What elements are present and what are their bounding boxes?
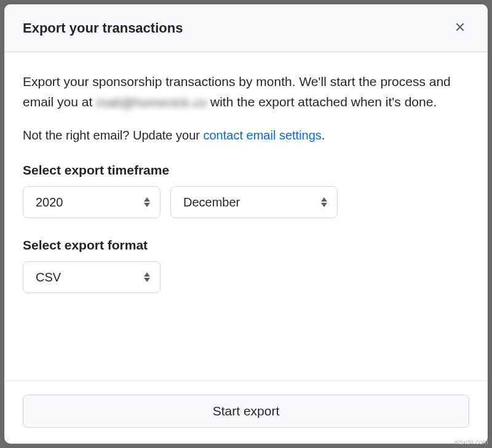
year-select-value: 2020 — [36, 195, 63, 210]
chevron-up-down-icon — [321, 197, 327, 207]
redacted-email: matt@homenick.co — [96, 93, 207, 113]
format-select[interactable]: CSV — [23, 261, 161, 293]
modal-body: Export your sponsorship transactions by … — [4, 52, 488, 380]
close-button[interactable] — [451, 18, 469, 38]
start-export-button[interactable]: Start export — [23, 395, 469, 428]
description-suffix: with the export attached when it's done. — [207, 95, 437, 109]
year-select[interactable]: 2020 — [23, 186, 161, 218]
format-select-value: CSV — [36, 270, 61, 285]
month-select[interactable]: December — [170, 186, 338, 218]
email-hint: Not the right email? Update your contact… — [23, 126, 469, 144]
chevron-up-down-icon — [144, 272, 150, 282]
email-hint-prefix: Not the right email? Update your — [23, 128, 204, 142]
close-icon — [453, 20, 467, 36]
month-select-value: December — [183, 195, 240, 210]
modal-header: Export your transactions — [4, 4, 488, 52]
export-transactions-modal: Export your transactions Export your spo… — [4, 4, 488, 444]
email-hint-suffix: . — [322, 128, 325, 142]
chevron-up-down-icon — [144, 197, 150, 207]
timeframe-label: Select export timeframe — [23, 163, 469, 178]
watermark: wsxdn.com — [454, 438, 488, 446]
timeframe-select-row: 2020 December — [23, 186, 469, 218]
contact-email-settings-link[interactable]: contact email settings — [204, 128, 322, 142]
modal-footer: Start export — [4, 380, 488, 444]
modal-title: Export your transactions — [23, 20, 183, 36]
export-description: Export your sponsorship transactions by … — [23, 72, 469, 112]
format-label: Select export format — [23, 238, 469, 253]
